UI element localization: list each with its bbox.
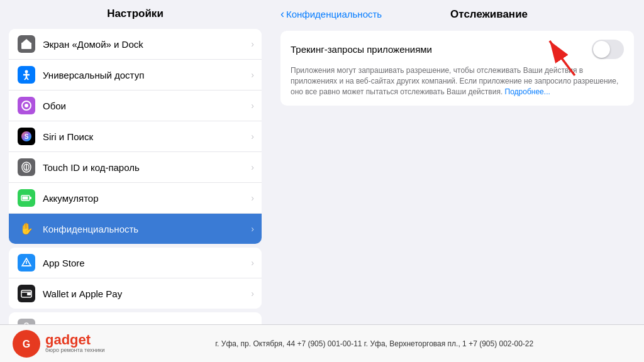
sidebar-item-touchid-label: Touch ID и код-пароль — [43, 162, 140, 173]
sidebar-item-privacy[interactable]: ✋ Конфиденциальность › — [9, 214, 262, 244]
logo-name: gadget — [45, 333, 104, 347]
svg-text:S: S — [25, 133, 29, 140]
right-panel: ‹ Конфиденциальность Отслеживание Трекин… — [270, 0, 644, 324]
logo-subtitle: бюро ремонта техники — [45, 347, 104, 354]
right-header: ‹ Конфиденциальность Отслеживание — [270, 0, 644, 26]
sidebar-item-wallpaper[interactable]: Обои › — [9, 90, 262, 121]
sidebar-group-1: Экран «Домой» и Dock › Универсальный до — [9, 29, 262, 244]
svg-rect-21 — [27, 293, 31, 295]
sidebar-item-passwords-label: Пароли — [43, 322, 76, 325]
appstore-icon — [18, 254, 35, 272]
svg-rect-15 — [30, 197, 31, 199]
chevron-icon: › — [251, 288, 254, 299]
wallet-icon — [18, 285, 35, 302]
svg-text:✋: ✋ — [19, 222, 33, 236]
more-link[interactable]: Подробнее... — [505, 87, 550, 96]
sidebar: Настройки Экран «Домой» и Dock › — [0, 0, 270, 324]
footer-bar: G gadget бюро ремонта техники г. Уфа, пр… — [0, 324, 644, 362]
back-label: Конфиденциальность — [286, 9, 382, 19]
chevron-icon: › — [251, 162, 254, 172]
accessibility-icon — [18, 66, 35, 84]
sidebar-group-3: Пароли › Контакты › — [9, 312, 262, 324]
home-icon — [18, 35, 35, 53]
sidebar-item-wallet[interactable]: Wallet и Apple Pay › — [9, 278, 262, 309]
sidebar-item-battery-label: Аккумулятор — [43, 193, 99, 204]
sidebar-item-appstore[interactable]: App Store › — [9, 248, 262, 278]
footer-contact: г. Уфа, пр. Октября, 44 +7 (905) 001-00-… — [117, 339, 631, 348]
sidebar-item-wallpaper-label: Обои — [43, 101, 66, 111]
sidebar-item-home-label: Экран «Домой» и Dock — [43, 39, 143, 50]
siri-icon: S — [18, 128, 35, 145]
tracking-toggle-row: Трекинг-запросы приложениями — [291, 40, 624, 59]
touchid-icon — [18, 158, 35, 176]
logo-circle-icon: G — [13, 330, 40, 358]
svg-rect-0 — [21, 43, 31, 49]
svg-text:G: G — [23, 339, 30, 349]
sidebar-item-touchid[interactable]: Touch ID и код-пароль › — [9, 152, 262, 183]
svg-line-6 — [26, 77, 28, 80]
footer-logo: G gadget бюро ремонта техники — [13, 330, 104, 358]
svg-marker-1 — [21, 39, 31, 43]
sidebar-item-passwords[interactable]: Пароли › — [9, 312, 262, 324]
sidebar-item-battery[interactable]: Аккумулятор › — [9, 183, 262, 214]
main-content: Настройки Экран «Домой» и Dock › — [0, 0, 644, 324]
tracking-toggle[interactable] — [592, 40, 624, 59]
chevron-icon: › — [251, 101, 254, 111]
sidebar-item-wallet-label: Wallet и Apple Pay — [43, 288, 122, 299]
sidebar-item-accessibility-label: Универсальный доступ — [43, 70, 144, 80]
svg-rect-16 — [23, 197, 28, 200]
chevron-icon: › — [251, 70, 254, 80]
sidebar-item-accessibility[interactable]: Универсальный доступ › — [9, 60, 262, 90]
sidebar-item-siri[interactable]: S Siri и Поиск › — [9, 121, 262, 152]
chevron-icon: › — [251, 39, 254, 49]
back-chevron-icon: ‹ — [280, 8, 284, 21]
chevron-icon: › — [251, 131, 254, 141]
logo-text: gadget бюро ремонта техники — [45, 333, 104, 354]
right-panel-wrapper: ‹ Конфиденциальность Отслеживание Трекин… — [270, 0, 644, 324]
back-button[interactable]: ‹ Конфиденциальность — [280, 8, 382, 21]
sidebar-group-2: App Store › Wallet и Apple Pay › — [9, 248, 262, 309]
passwords-icon — [18, 319, 35, 324]
sidebar-item-appstore-label: App Store — [43, 258, 85, 268]
chevron-icon: › — [251, 224, 254, 234]
wallpaper-icon — [18, 97, 35, 114]
sidebar-item-privacy-label: Конфиденциальность — [43, 224, 138, 234]
sidebar-scroll: Экран «Домой» и Dock › Универсальный до — [0, 25, 270, 324]
right-panel-title: Отслеживание — [450, 8, 565, 21]
battery-icon — [18, 189, 35, 207]
tracking-card: Трекинг-запросы приложениями Приложения … — [280, 31, 634, 106]
chevron-icon: › — [251, 193, 254, 203]
sidebar-item-home[interactable]: Экран «Домой» и Dock › — [9, 29, 262, 60]
sidebar-item-siri-label: Siri и Поиск — [43, 131, 93, 142]
sidebar-title: Настройки — [0, 0, 270, 25]
privacy-icon: ✋ — [18, 220, 35, 238]
svg-point-2 — [25, 70, 28, 74]
tracking-description: Приложения могут запрашивать разрешение,… — [291, 65, 624, 97]
toggle-knob — [593, 41, 610, 58]
chevron-icon: › — [251, 322, 254, 324]
svg-point-8 — [25, 104, 28, 107]
chevron-icon: › — [251, 258, 254, 268]
tracking-label: Трекинг-запросы приложениями — [291, 44, 432, 55]
